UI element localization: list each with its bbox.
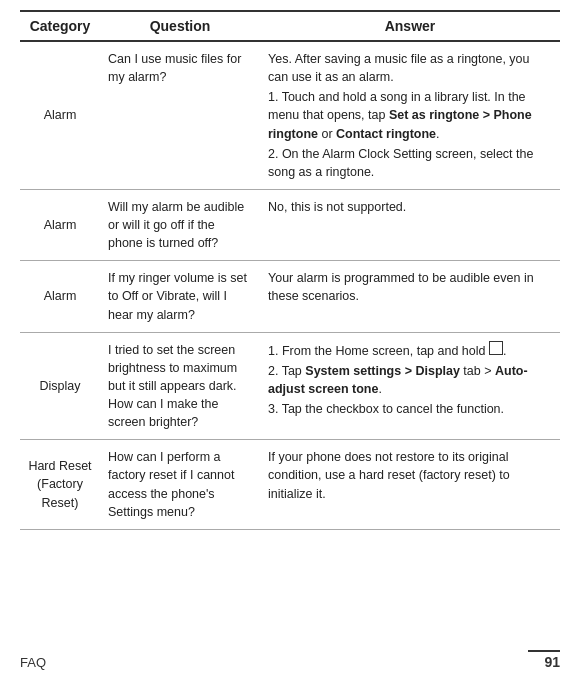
answer-cell: No, this is not supported. bbox=[260, 189, 560, 260]
header-question: Question bbox=[100, 11, 260, 41]
question-cell: Can I use music files for my alarm? bbox=[100, 41, 260, 189]
answer-cell: Your alarm is programmed to be audible e… bbox=[260, 261, 560, 332]
table-row: Alarm Can I use music files for my alarm… bbox=[20, 41, 560, 189]
category-cell: Alarm bbox=[20, 261, 100, 332]
category-cell: Alarm bbox=[20, 41, 100, 189]
answer-step2: 2. Tap System settings > Display tab > A… bbox=[268, 362, 552, 398]
table-row: Hard Reset(FactoryReset) How can I perfo… bbox=[20, 440, 560, 530]
answer-line: Yes. After saving a music file as a ring… bbox=[268, 50, 552, 86]
question-cell: I tried to set the screen brightness to … bbox=[100, 332, 260, 440]
question-cell: Will my alarm be audible or will it go o… bbox=[100, 189, 260, 260]
answer-step2: 2. On the Alarm Clock Setting screen, se… bbox=[268, 145, 552, 181]
table-row: Alarm Will my alarm be audible or will i… bbox=[20, 189, 560, 260]
answer-step1: 1. Touch and hold a song in a library li… bbox=[268, 88, 552, 142]
answer-cell: Yes. After saving a music file as a ring… bbox=[260, 41, 560, 189]
page-number: 91 bbox=[528, 650, 560, 670]
question-cell: How can I perform a factory reset if I c… bbox=[100, 440, 260, 530]
answer-step1: 1. From the Home screen, tap and hold . bbox=[268, 341, 552, 360]
answer-step3: 3. Tap the checkbox to cancel the functi… bbox=[268, 400, 552, 418]
category-cell: Alarm bbox=[20, 189, 100, 260]
category-cell: Hard Reset(FactoryReset) bbox=[20, 440, 100, 530]
question-cell: If my ringer volume is set to Off or Vib… bbox=[100, 261, 260, 332]
header-answer: Answer bbox=[260, 11, 560, 41]
table-row: Display I tried to set the screen bright… bbox=[20, 332, 560, 440]
header-category: Category bbox=[20, 11, 100, 41]
table-row: Alarm If my ringer volume is set to Off … bbox=[20, 261, 560, 332]
answer-cell: 1. From the Home screen, tap and hold . … bbox=[260, 332, 560, 440]
footer-label: FAQ bbox=[20, 655, 46, 670]
category-cell: Display bbox=[20, 332, 100, 440]
answer-cell: If your phone does not restore to its or… bbox=[260, 440, 560, 530]
